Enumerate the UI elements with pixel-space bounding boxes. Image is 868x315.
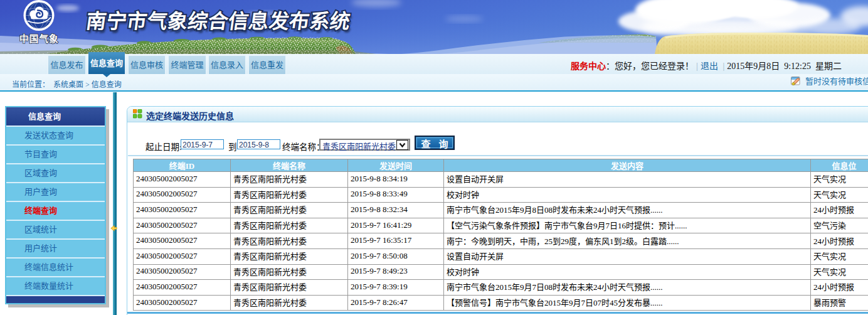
svg-text:中国气象: 中国气象 (19, 33, 59, 44)
svg-text:南宁市气象综合信息发布系统: 南宁市气象综合信息发布系统 (85, 10, 352, 33)
